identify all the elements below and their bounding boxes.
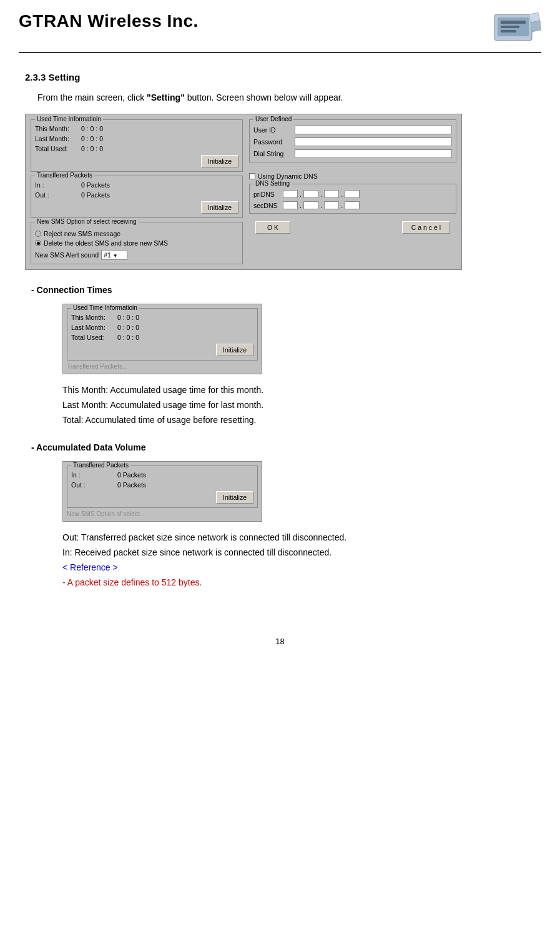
ct-last-month-label: Last Month:: [71, 324, 115, 331]
out-desc: Out: Transferred packet size since netwo…: [62, 530, 535, 545]
ad-in-value: 0 Packets: [117, 471, 146, 479]
using-dns-row[interactable]: Using Dynamic DNS: [249, 172, 456, 180]
in-value: 0 Packets: [81, 181, 110, 189]
dialog-left-panel: Used Time Informatioin This Month: 0 : 0…: [31, 119, 243, 264]
last-month-desc: Last Month: Accumulated usage time for l…: [62, 398, 535, 413]
ct-initialize-button[interactable]: Initialize: [216, 344, 253, 356]
note-text: - A packet size defines to 512 bytes.: [62, 575, 535, 590]
using-dns-checkbox[interactable]: [249, 173, 255, 179]
header: GTRAN Wireless Inc.: [0, 0, 560, 52]
pri-dns-row: priDNS . . .: [253, 190, 452, 198]
ad-out-label: Out :: [71, 481, 115, 489]
transferred-title: Transffered Packets: [35, 172, 94, 179]
initialize-button-2[interactable]: Initialize: [201, 201, 238, 214]
page-number: 18: [275, 637, 284, 646]
total-used-row: Total Used: 0 : 0 : 0: [35, 145, 238, 152]
dial-string-input[interactable]: [295, 149, 452, 158]
password-input[interactable]: [295, 137, 452, 146]
dialog-right-panel: User Defined User ID Password Dial Strin…: [249, 119, 456, 264]
footer: 18: [0, 630, 560, 652]
total-used-label: Total Used:: [35, 145, 79, 152]
this-month-desc: This Month: Accumulated usage time for t…: [62, 383, 535, 398]
ad-out-row: Out : 0 Packets: [71, 481, 253, 489]
sec-dns-octet-4[interactable]: [345, 201, 360, 209]
dns-dot-1: .: [300, 191, 302, 198]
reference-text: < Reference >: [62, 560, 535, 575]
sms-option-group: New SMS Option of select receiving Rejec…: [31, 222, 243, 264]
delete-label: Delete the oldest SMS and store new SMS: [44, 239, 168, 247]
this-month-value: 0 : 0 : 0: [81, 125, 103, 132]
dns-dot-5: .: [320, 202, 322, 209]
total-desc: Total: Accumulated time of usage before …: [62, 413, 535, 428]
ad-initialize-button[interactable]: Initialize: [216, 491, 253, 504]
sec-dns-octet-3[interactable]: [324, 201, 339, 209]
alert-select[interactable]: #1 ▼: [101, 250, 127, 260]
ad-in-row: In : 0 Packets: [71, 471, 253, 479]
sec-dns-row: secDNS . . .: [253, 201, 452, 209]
dns-dot-4: .: [300, 202, 302, 209]
user-id-label: User ID: [253, 126, 292, 134]
dns-dot-6: .: [341, 202, 343, 209]
connection-times-section: - Connection Times Used Time Informatioi…: [25, 285, 535, 427]
user-id-row: User ID: [253, 126, 452, 134]
this-month-label: This Month:: [35, 125, 79, 132]
reject-radio-btn[interactable]: [35, 231, 41, 237]
reject-label: Reject new SMS message: [44, 230, 120, 237]
svg-rect-2: [501, 21, 526, 24]
used-time-title: Used Time Informatioin: [35, 116, 103, 122]
ct-this-month-row: This Month: 0 : 0 : 0: [71, 314, 253, 321]
intro-text: From the main screen, click "Setting" bu…: [37, 92, 535, 102]
ct-used-time-title: Used Time Informatioin: [71, 304, 139, 311]
accumulated-data-label: - Accumulated Data Volume: [31, 442, 535, 452]
company-title: GTRAN Wireless Inc.: [19, 11, 199, 31]
pri-dns-octet-3[interactable]: [324, 190, 339, 198]
pri-dns-octet-1[interactable]: [283, 190, 298, 198]
delete-sms-option[interactable]: Delete the oldest SMS and store new SMS: [35, 239, 238, 247]
ok-button[interactable]: O K: [255, 221, 290, 234]
pri-dns-label: priDNS: [253, 191, 281, 198]
ct-total-value: 0 : 0 : 0: [117, 334, 139, 341]
company-logo: [491, 11, 541, 46]
sec-dns-octet-1[interactable]: [283, 201, 298, 209]
reject-sms-option[interactable]: Reject new SMS message: [35, 230, 238, 237]
total-used-value: 0 : 0 : 0: [81, 145, 103, 152]
accumulated-data-desc: Out: Transferred packet size since netwo…: [62, 530, 535, 590]
ct-used-time-group: Used Time Informatioin This Month: 0 : 0…: [67, 308, 258, 361]
last-month-value: 0 : 0 : 0: [81, 135, 103, 142]
dial-string-label: Dial String: [253, 150, 292, 157]
delete-radio-btn[interactable]: [35, 240, 41, 246]
user-defined-group: User Defined User ID Password Dial Strin…: [249, 119, 456, 162]
initialize-button-1[interactable]: Initialize: [201, 155, 238, 167]
used-time-group: Used Time Informatioin This Month: 0 : 0…: [31, 119, 243, 172]
ct-this-month-value: 0 : 0 : 0: [117, 314, 139, 321]
setting-dialog-screenshot: Used Time Informatioin This Month: 0 : 0…: [25, 114, 462, 270]
accumulated-data-screenshot: Transffered Packets In : 0 Packets Out :…: [62, 461, 262, 522]
out-value: 0 Packets: [81, 191, 110, 199]
last-month-label: Last Month:: [35, 135, 79, 142]
ad-transferred-group: Transffered Packets In : 0 Packets Out :…: [67, 466, 258, 508]
password-label: Password: [253, 138, 292, 146]
section-title: 2.3.3 Setting: [25, 72, 535, 82]
using-dns-label: Using Dynamic DNS: [258, 172, 318, 180]
main-content: 2.3.3 Setting From the main screen, clic…: [0, 53, 560, 630]
ct-total-label: Total Used:: [71, 334, 115, 341]
in-label: In :: [35, 181, 79, 189]
ad-in-label: In :: [71, 471, 115, 479]
ct-total-row: Total Used: 0 : 0 : 0: [71, 334, 253, 341]
pri-dns-octet-2[interactable]: [303, 190, 318, 198]
out-label: Out :: [35, 191, 79, 199]
connection-times-screenshot: Used Time Informatioin This Month: 0 : 0…: [62, 304, 262, 374]
connection-times-label: - Connection Times: [31, 285, 535, 295]
sms-radio-group: Reject new SMS message Delete the oldest…: [35, 230, 238, 247]
sec-dns-label: secDNS: [253, 202, 281, 209]
svg-rect-4: [501, 30, 516, 32]
transferred-packets-group: Transffered Packets In : 0 Packets Out :…: [31, 176, 243, 218]
cancel-button[interactable]: C a n c e l: [402, 221, 450, 234]
dns-dot-2: .: [320, 191, 322, 198]
sec-dns-octet-2[interactable]: [303, 201, 318, 209]
out-row: Out : 0 Packets: [35, 191, 238, 199]
connection-times-desc: This Month: Accumulated usage time for t…: [62, 383, 535, 427]
user-id-input[interactable]: [295, 126, 452, 134]
this-month-row: This Month: 0 : 0 : 0: [35, 125, 238, 132]
pri-dns-octet-4[interactable]: [345, 190, 360, 198]
